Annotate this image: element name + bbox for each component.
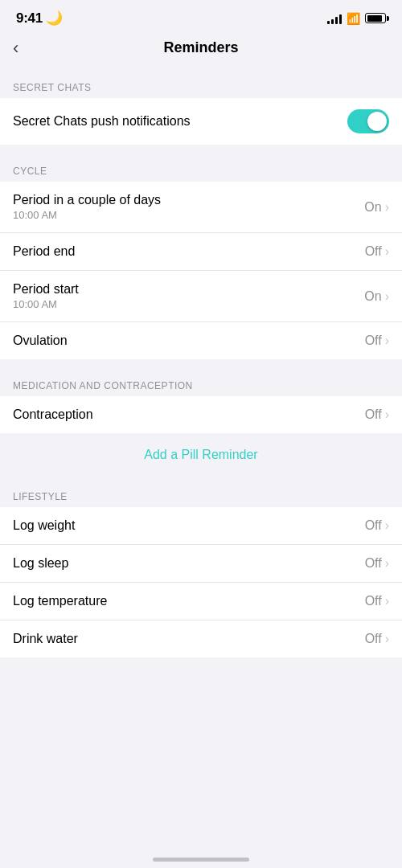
row-right-log-sleep: Off› [365, 556, 389, 571]
row-right-period-couple-days: On› [364, 200, 389, 215]
chevron-icon-ovulation: › [385, 334, 389, 348]
toggle-secret-chats-push[interactable] [347, 109, 389, 133]
row-right-log-temperature: Off› [365, 594, 389, 608]
add-pill-reminder-link[interactable]: Add a Pill Reminder [144, 448, 257, 462]
wifi-icon: 📶 [347, 12, 360, 25]
row-value-drink-water: Off [365, 632, 382, 646]
status-icons: 📶 [327, 12, 386, 25]
status-bar: 9:41 🌙 📶 [0, 0, 402, 31]
row-period-start[interactable]: Period start10:00 AMOn› [0, 271, 402, 322]
home-indicator [153, 858, 249, 862]
page-title: Reminders [163, 39, 238, 56]
nav-header: ‹ Reminders [0, 31, 402, 68]
row-right-log-weight: Off› [365, 518, 389, 533]
section-header-secret-chats: SECRET CHATS [0, 68, 402, 98]
row-ovulation[interactable]: OvulationOff› [0, 322, 402, 359]
row-log-weight[interactable]: Log weightOff› [0, 507, 402, 545]
row-value-log-sleep: Off [365, 556, 382, 571]
row-title-log-temperature: Log temperature [13, 594, 107, 608]
row-log-temperature[interactable]: Log temperatureOff› [0, 583, 402, 620]
battery-icon [365, 13, 386, 23]
row-title-secret-chats-push: Secret Chats push notifications [13, 114, 191, 129]
row-period-couple-days[interactable]: Period in a couple of days10:00 AMOn› [0, 182, 402, 233]
section-card-lifestyle: Log weightOff›Log sleepOff›Log temperatu… [0, 507, 402, 657]
row-title-drink-water: Drink water [13, 632, 78, 646]
row-subtitle-period-start: 10:00 AM [13, 298, 79, 310]
row-period-end[interactable]: Period endOff› [0, 233, 402, 271]
row-value-log-weight: Off [365, 518, 382, 533]
row-drink-water[interactable]: Drink waterOff› [0, 620, 402, 657]
status-time: 9:41 🌙 [16, 10, 63, 27]
section-card-medication: ContraceptionOff› [0, 396, 402, 433]
row-secret-chats-push[interactable]: Secret Chats push notifications [0, 98, 402, 145]
row-title-period-end: Period end [13, 244, 75, 259]
row-right-contraception: Off› [365, 407, 389, 422]
row-right-period-start: On› [364, 289, 389, 304]
row-right-ovulation: Off› [365, 334, 389, 348]
row-right-period-end: Off› [365, 244, 389, 259]
row-value-period-couple-days: On [364, 200, 381, 215]
row-title-period-couple-days: Period in a couple of days [13, 193, 161, 207]
section-card-cycle: Period in a couple of days10:00 AMOn›Per… [0, 182, 402, 359]
row-value-log-temperature: Off [365, 594, 382, 608]
row-subtitle-period-couple-days: 10:00 AM [13, 209, 161, 221]
back-button[interactable]: ‹ [13, 39, 18, 57]
row-title-contraception: Contraception [13, 407, 93, 422]
chevron-icon-contraception: › [385, 407, 389, 422]
row-value-contraception: Off [365, 407, 382, 422]
chevron-icon-log-temperature: › [385, 594, 389, 608]
section-header-cycle: CYCLE [0, 151, 402, 182]
section-header-medication: MEDICATION AND CONTRACEPTION [0, 366, 402, 396]
row-title-log-sleep: Log sleep [13, 556, 68, 571]
chevron-icon-period-start: › [385, 289, 389, 304]
row-log-sleep[interactable]: Log sleepOff› [0, 545, 402, 583]
chevron-icon-period-end: › [385, 244, 389, 259]
chevron-icon-log-sleep: › [385, 556, 389, 571]
chevron-icon-log-weight: › [385, 518, 389, 533]
row-title-log-weight: Log weight [13, 518, 75, 533]
section-card-secret-chats: Secret Chats push notifications [0, 98, 402, 145]
signal-icon [327, 13, 342, 24]
row-title-ovulation: Ovulation [13, 334, 68, 348]
row-value-period-start: On [364, 289, 381, 304]
pill-reminder-row: Add a Pill Reminder [0, 433, 402, 477]
row-contraception[interactable]: ContraceptionOff› [0, 396, 402, 433]
row-value-ovulation: Off [365, 334, 382, 348]
row-right-secret-chats-push [347, 109, 389, 133]
section-header-lifestyle: LIFESTYLE [0, 477, 402, 507]
row-right-drink-water: Off› [365, 632, 389, 646]
row-value-period-end: Off [365, 244, 382, 259]
row-title-period-start: Period start [13, 282, 79, 297]
chevron-icon-drink-water: › [385, 632, 389, 646]
chevron-icon-period-couple-days: › [385, 200, 389, 215]
